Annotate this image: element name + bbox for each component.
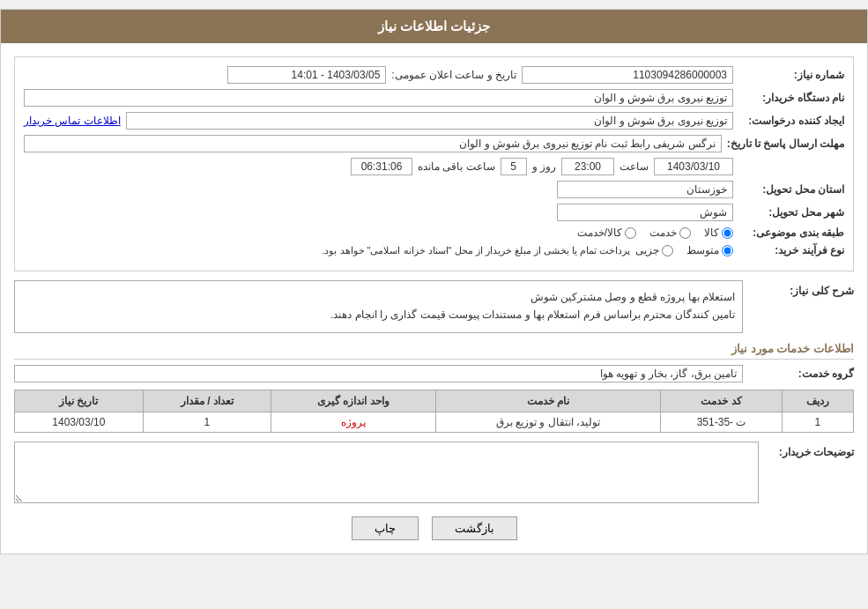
- description-section-title: شرح کلی نیاز:: [748, 280, 854, 297]
- remaining-value: 06:31:06: [351, 158, 412, 175]
- services-section-title: اطلاعات خدمات مورد نیاز: [14, 342, 854, 360]
- creator-value: توزیع نیروی برق شوش و الوان: [126, 112, 733, 130]
- description-box: استعلام بها پروژه قطع و وصل مشترکین شوش …: [14, 280, 743, 333]
- page-title: جزئیات اطلاعات نیاز: [1, 10, 867, 43]
- creator-label: ایجاد کننده درخواست:: [738, 115, 844, 127]
- col-unit: واحد اندازه گیری: [271, 390, 435, 412]
- province-label: استان محل تحویل:: [738, 183, 844, 196]
- purchase-label-motavaset: متوسط: [686, 244, 719, 256]
- purchase-type-jozi[interactable]: جزیی: [635, 244, 673, 256]
- cell-name: تولید، انتقال و توزیع برق: [435, 412, 661, 433]
- city-value: شوش: [557, 204, 733, 221]
- city-label: شهر محل تحویل:: [738, 206, 844, 219]
- deadline-day-value: 5: [501, 158, 527, 175]
- cell-row: 1: [782, 412, 853, 433]
- buyer-comments-label: توضیحات خریدار:: [766, 442, 854, 458]
- category-radio-khedmat[interactable]: [679, 227, 691, 239]
- agent-label: مهلت ارسال پاسخ تا تاریخ:: [727, 137, 844, 150]
- col-qty: تعداد / مقدار: [143, 390, 271, 412]
- col-row: ردیف: [782, 390, 853, 412]
- contact-link[interactable]: اطلاعات تماس خریدار: [24, 115, 121, 127]
- col-code: کد خدمت: [661, 390, 782, 412]
- category-label-khedmat: خدمت: [649, 227, 677, 239]
- col-date: تاریخ نیاز: [15, 390, 144, 412]
- category-label: طبقه بندی موضوعی:: [738, 227, 844, 239]
- col-name: نام خدمت: [435, 390, 661, 412]
- table-row: 1 ت -35-351 تولید، انتقال و توزیع برق پر…: [15, 412, 854, 433]
- category-radio-group: کالا/خدمت خدمت کالا: [577, 227, 733, 239]
- buttons-row: بازگشت چاپ: [14, 516, 854, 540]
- deadline-day-label: روز و: [532, 160, 556, 173]
- purchase-type-group: متوسط جزیی: [635, 244, 733, 256]
- purchase-note: پرداخت تمام یا بخشی از مبلغ خریدار از مح…: [322, 245, 630, 256]
- purchase-type-label: نوع فرآیند خرید:: [738, 244, 844, 256]
- category-label-kala-khedmat: کالا/خدمت: [577, 227, 622, 239]
- category-radio-kala[interactable]: [722, 227, 733, 239]
- category-radio-kala-khedmat[interactable]: [625, 227, 636, 239]
- category-option-khedmat[interactable]: خدمت: [649, 227, 691, 239]
- buyer-comments-textarea[interactable]: [14, 442, 759, 503]
- purchase-radio-motavaset[interactable]: [722, 245, 733, 256]
- announcement-value: 1403/03/05 - 14:01: [227, 66, 386, 84]
- deadline-time-label: ساعت: [619, 160, 649, 173]
- announcement-label: تاریخ و ساعت اعلان عمومی:: [391, 69, 516, 81]
- category-label-kala: کالا: [704, 227, 719, 239]
- cell-unit: پروژه: [271, 412, 435, 433]
- province-value: خوزستان: [557, 181, 733, 198]
- deadline-date-value: 1403/03/10: [654, 158, 733, 175]
- remaining-label: ساعت باقی مانده: [418, 160, 495, 173]
- back-button[interactable]: بازگشت: [432, 516, 517, 540]
- category-option-kala[interactable]: کالا: [704, 227, 733, 239]
- purchase-type-motavaset[interactable]: متوسط: [686, 244, 733, 256]
- print-button[interactable]: چاپ: [352, 516, 419, 540]
- service-group-value: تامین برق، گاز، بخار و تهویه هوا: [14, 365, 743, 382]
- description-line2: تامین کنندگان محترم براساس فرم استعلام ب…: [22, 306, 735, 323]
- category-option-kala-khedmat[interactable]: کالا/خدمت: [577, 227, 636, 239]
- buyer-label: نام دستگاه خریدار:: [738, 92, 844, 104]
- agent-value: نرگس شریفی رابط ثبت نام توزیع نیروی برق …: [24, 135, 722, 152]
- purchase-label-jozi: جزیی: [635, 244, 659, 256]
- buyer-value: توزیع نیروی برق شوش و الوان: [24, 89, 733, 107]
- deadline-time-value: 23:00: [561, 158, 614, 175]
- need-number-value: 1103094286000003: [522, 66, 733, 84]
- service-group-label: گروه خدمت:: [748, 368, 854, 380]
- cell-date: 1403/03/10: [15, 412, 144, 433]
- cell-code: ت -35-351: [661, 412, 782, 433]
- services-table: ردیف کد خدمت نام خدمت واحد اندازه گیری ت…: [14, 390, 854, 433]
- need-number-label: شماره نیاز:: [738, 69, 844, 81]
- description-line1: استعلام بها پروژه قطع و وصل مشترکین شوش: [22, 288, 735, 306]
- purchase-radio-jozi[interactable]: [662, 245, 673, 256]
- cell-qty: 1: [143, 412, 271, 433]
